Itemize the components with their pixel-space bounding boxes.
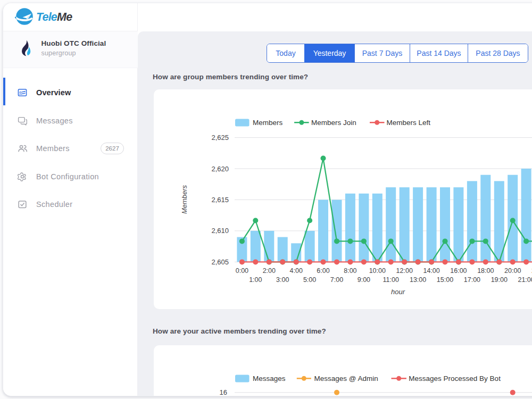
svg-text:2,605: 2,605: [211, 258, 229, 266]
svg-text:hour: hour: [391, 288, 405, 296]
svg-text:2:00: 2:00: [263, 267, 276, 275]
svg-text:Members Left: Members Left: [387, 119, 431, 127]
svg-text:2,615: 2,615: [211, 196, 229, 204]
svg-text:16:00: 16:00: [450, 267, 467, 275]
svg-text:20:00: 20:00: [504, 267, 521, 275]
svg-text:7:00: 7:00: [330, 276, 343, 284]
svg-text:Members: Members: [180, 185, 188, 214]
svg-text:16: 16: [220, 388, 227, 396]
svg-text:18:00: 18:00: [477, 267, 494, 275]
svg-text:11:00: 11:00: [383, 276, 399, 284]
svg-text:10:00: 10:00: [369, 267, 386, 275]
svg-text:Messages @ Admin: Messages @ Admin: [314, 375, 378, 383]
svg-text:Members Join: Members Join: [311, 119, 356, 127]
svg-text:14:00: 14:00: [423, 267, 439, 275]
svg-text:3:00: 3:00: [276, 276, 289, 284]
svg-text:Members: Members: [253, 119, 283, 127]
svg-text:15:00: 15:00: [437, 276, 453, 284]
svg-text:17:00: 17:00: [464, 276, 480, 284]
svg-text:2,625: 2,625: [211, 134, 229, 142]
svg-text:Messages Processed By Bot: Messages Processed By Bot: [409, 375, 501, 383]
svg-text:19:00: 19:00: [491, 276, 508, 284]
svg-text:5:00: 5:00: [303, 276, 316, 284]
svg-text:Messages: Messages: [253, 375, 286, 383]
svg-text:1:00: 1:00: [249, 276, 262, 284]
svg-text:8:00: 8:00: [344, 267, 356, 275]
svg-text:13:00: 13:00: [410, 276, 426, 284]
svg-text:0:00: 0:00: [236, 267, 248, 275]
svg-text:2,620: 2,620: [211, 165, 229, 173]
svg-text:4:00: 4:00: [290, 267, 303, 275]
svg-text:2,610: 2,610: [211, 227, 229, 235]
svg-text:6:00: 6:00: [317, 267, 329, 275]
svg-text:12:00: 12:00: [396, 267, 413, 275]
svg-text:9:00: 9:00: [358, 276, 370, 284]
svg-text:21:00: 21:00: [518, 276, 532, 284]
